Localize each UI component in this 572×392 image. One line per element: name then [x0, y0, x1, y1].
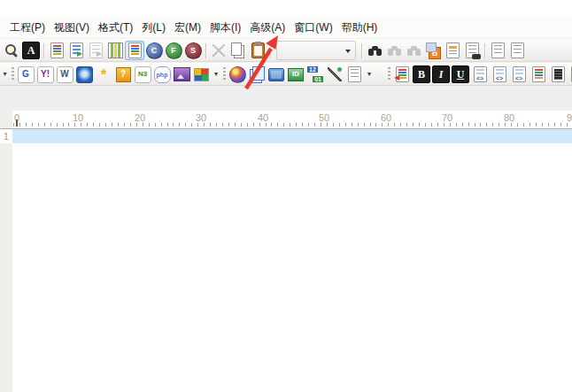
yahoo-icon[interactable]: Y!: [35, 65, 55, 84]
image-search-icon[interactable]: [172, 65, 191, 84]
signature-doc-icon[interactable]: [344, 65, 364, 84]
separator: [359, 41, 365, 60]
find-next-icon[interactable]: [384, 41, 404, 60]
paste-icon[interactable]: [248, 41, 267, 60]
globe-s-icon[interactable]: S: [183, 41, 203, 60]
toolbar-more-button-2[interactable]: ▾: [364, 65, 375, 84]
icon-glyph: [108, 42, 123, 58]
outline-view-icon[interactable]: [125, 41, 144, 60]
ruler-number: 20: [133, 112, 147, 123]
screen-preview-icon[interactable]: [267, 65, 286, 84]
icon-glyph: ▾: [214, 71, 218, 78]
date-convert-icon[interactable]: 1201: [305, 65, 325, 84]
numbered-pages-icon[interactable]: [247, 65, 267, 84]
column-mode-icon[interactable]: [105, 41, 125, 60]
menu-format[interactable]: 格式(T): [94, 18, 137, 38]
text-edit-area[interactable]: 1: [0, 129, 572, 392]
syntax-colors-icon[interactable]: [529, 65, 548, 84]
icon-glyph: php: [154, 66, 171, 83]
toolbar-grip[interactable]: [221, 65, 228, 84]
code-page-icon[interactable]: [568, 65, 572, 84]
separator: [482, 41, 488, 60]
zoom-search-icon[interactable]: [2, 41, 21, 60]
highlight-lines-icon[interactable]: [47, 41, 66, 60]
globe-f-icon[interactable]: F: [164, 41, 183, 60]
marker-list-icon[interactable]: [392, 65, 412, 84]
sparkle-icon[interactable]: *: [94, 65, 113, 84]
ruler-number: 70: [440, 112, 454, 123]
icon-glyph-2: 01: [313, 76, 323, 82]
menu-advanced[interactable]: 高级(A): [245, 18, 290, 38]
toolbar-band-search-engines: ▾GY!W*?N3php▾: [0, 65, 221, 84]
magic-wand-icon[interactable]: [325, 65, 344, 84]
code-doc-icon-3[interactable]: [509, 65, 529, 84]
php-icon[interactable]: php: [152, 65, 172, 84]
wikipedia-icon[interactable]: W: [55, 65, 74, 84]
color-squares-icon[interactable]: [191, 65, 211, 84]
toolbar-grip[interactable]: [10, 65, 16, 84]
icon-glyph: F: [166, 42, 182, 59]
icon-glyph: I: [432, 65, 450, 83]
find-in-files-icon[interactable]: [462, 41, 482, 60]
code-doc-icon-2[interactable]: [490, 65, 509, 84]
toolbar-grip[interactable]: [386, 65, 392, 84]
globe-c-icon[interactable]: C: [144, 41, 164, 60]
menu-bar: 工程(P)视图(V)格式(T)列(L)宏(M)脚本(I)高级(A)窗口(W)帮助…: [0, 17, 572, 38]
underline-icon[interactable]: U: [451, 65, 470, 84]
dark-theme-icon[interactable]: [548, 65, 568, 84]
menu-help[interactable]: 帮助(H): [337, 18, 383, 38]
menu-column[interactable]: 列(L): [137, 18, 170, 38]
icon-glyph: 12: [307, 66, 318, 73]
column-ruler: 0102030405060708090: [0, 111, 572, 129]
find-icon[interactable]: [365, 41, 384, 60]
toolbar-more-button[interactable]: ▾: [211, 65, 221, 84]
menu-view[interactable]: 视图(V): [50, 18, 94, 38]
cut-icon[interactable]: [209, 41, 228, 60]
menu-item-label: 宏(M): [174, 21, 201, 34]
google-icon[interactable]: G: [16, 65, 35, 84]
active-line-highlight[interactable]: [12, 129, 572, 143]
menu-window[interactable]: 窗口(W): [290, 18, 336, 38]
icon-glyph: [231, 42, 242, 56]
sort-desc-icon[interactable]: [507, 41, 527, 60]
italic-icon[interactable]: I: [431, 65, 451, 84]
menu-item-label: 高级(A): [250, 21, 285, 34]
menu-macro[interactable]: 宏(M): [170, 18, 205, 38]
icon-glyph: ?: [116, 67, 131, 82]
menu-item-label: 帮助(H): [342, 21, 378, 34]
icon-glyph: [89, 42, 103, 58]
separator: [267, 41, 274, 60]
toolbar-overflow-button[interactable]: ▾: [0, 65, 10, 84]
menu-item-label: 工程(P): [10, 21, 45, 34]
toolbar-main: ACFSB: [0, 38, 572, 62]
toolbar-secondary: ▾GY!W*?N3php▾ ID1201▾ BIU: [0, 62, 572, 86]
font-combo[interactable]: [276, 41, 356, 60]
menu-project[interactable]: 工程(P): [5, 18, 50, 38]
wrap-lines-icon[interactable]: [66, 41, 86, 60]
icon-glyph: [50, 42, 64, 58]
font-style-icon[interactable]: A: [21, 41, 41, 60]
id-icon[interactable]: ID: [286, 65, 305, 84]
msn-icon[interactable]: [74, 65, 94, 84]
toolbar-band-tools: ID1201▾: [221, 65, 386, 84]
icon-glyph: ▾: [367, 71, 371, 78]
icon-glyph: [268, 68, 284, 81]
code-doc-icon-1[interactable]: [470, 65, 490, 84]
tab-close-icon[interactable]: ×: [81, 94, 88, 107]
bold-icon[interactable]: B: [412, 65, 431, 84]
help-search-icon[interactable]: ?: [113, 65, 133, 84]
icon-glyph: U: [452, 65, 469, 83]
replace-icon[interactable]: B: [423, 41, 443, 60]
icon-glyph: [552, 66, 565, 82]
n3-icon[interactable]: N3: [133, 65, 152, 84]
menu-script[interactable]: 脚本(I): [205, 18, 245, 38]
highlight-search-icon[interactable]: [443, 41, 462, 60]
icon-glyph: C: [146, 42, 163, 59]
print-layout-icon[interactable]: [86, 41, 105, 60]
color-sphere-icon[interactable]: [228, 65, 247, 84]
copy-icon[interactable]: [228, 41, 248, 60]
find-prev-icon[interactable]: [404, 41, 423, 60]
ruler-number: 90: [565, 112, 572, 123]
sort-asc-icon[interactable]: [488, 41, 507, 60]
icon-glyph: [328, 67, 342, 81]
